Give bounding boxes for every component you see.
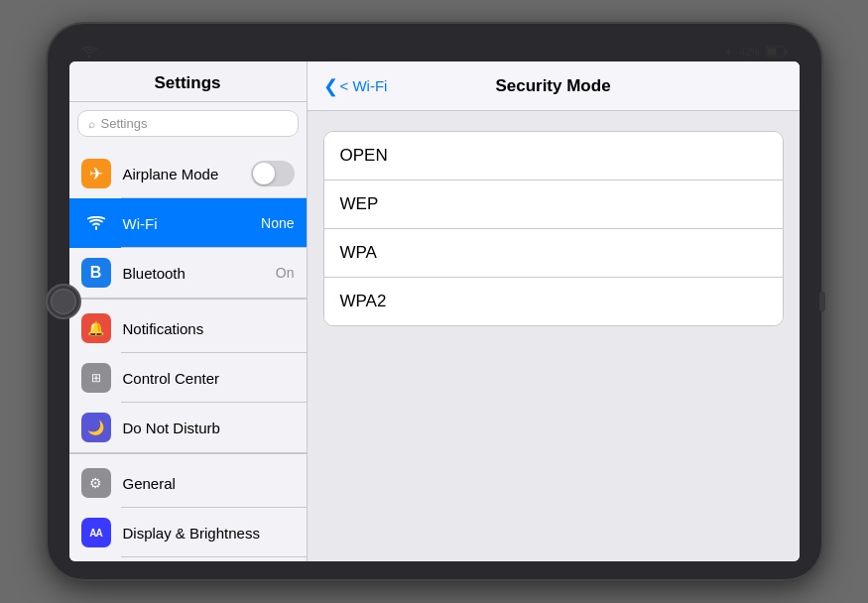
battery-icon <box>766 46 788 58</box>
sidebar-item-wallpaper[interactable]: ❄ Wallpaper <box>69 557 307 561</box>
sidebar-item-general[interactable]: ⚙ General <box>69 458 307 508</box>
sidebar-item-wifi[interactable]: Wi-Fi None <box>69 198 307 248</box>
search-bar[interactable]: ⌕ Settings <box>77 110 299 137</box>
option-wpa[interactable]: WPA <box>324 229 783 278</box>
nav-bar: ❮ < Wi-Fi Security Mode <box>308 61 800 111</box>
back-button[interactable]: ❮ < Wi-Fi <box>323 77 438 95</box>
sidebar-item-airplane[interactable]: ✈ Airplane Mode <box>69 149 307 198</box>
option-wpa2-label: WPA2 <box>340 292 387 310</box>
search-placeholder: Settings <box>101 116 148 131</box>
status-left <box>81 46 97 58</box>
airplane-label: Airplane Mode <box>123 166 239 182</box>
sidebar: Settings ⌕ Settings ✈ Airplane Mode <box>69 61 308 561</box>
sidebar-item-dnd[interactable]: 🌙 Do Not Disturb <box>69 403 307 452</box>
wifi-icon <box>81 208 111 238</box>
status-right: ∗ 42% <box>724 46 787 59</box>
bluetooth-label: Bluetooth <box>123 265 264 282</box>
svg-rect-1 <box>785 50 787 55</box>
wifi-signal-icon <box>81 46 97 58</box>
option-open-label: OPEN <box>340 146 388 165</box>
general-label: General <box>123 475 295 492</box>
bluetooth-value: On <box>276 265 295 281</box>
sidebar-item-control-center[interactable]: ⊞ Control Center <box>69 353 307 403</box>
general-icon: ⚙ <box>81 468 111 498</box>
notifications-label: Notifications <box>123 320 295 337</box>
notifications-icon: 🔔 <box>81 313 111 343</box>
bluetooth-status-icon: ∗ <box>724 46 733 59</box>
sidebar-section-1: ✈ Airplane Mode <box>69 149 307 298</box>
wifi-value: None <box>261 215 294 231</box>
sidebar-item-notifications[interactable]: 🔔 Notifications <box>69 303 307 353</box>
nav-title: Security Mode <box>438 76 669 96</box>
airplane-toggle[interactable] <box>251 161 295 186</box>
status-bar: ∗ 42% <box>69 42 800 61</box>
back-chevron-icon: ❮ <box>323 77 338 95</box>
sleep-wake-button[interactable] <box>819 292 825 311</box>
option-open[interactable]: OPEN <box>324 132 783 181</box>
option-wpa-label: WPA <box>340 243 377 262</box>
dnd-label: Do Not Disturb <box>123 420 295 436</box>
ipad-frame: ∗ 42% Settings ⌕ Settings ✈ <box>48 24 821 579</box>
sidebar-section-2: 🔔 Notifications ⊞ Control Center 🌙 Do No… <box>69 303 307 452</box>
svg-rect-2 <box>767 49 776 56</box>
sidebar-item-display[interactable]: AA Display & Brightness <box>69 508 307 557</box>
control-center-icon: ⊞ <box>81 363 111 393</box>
sidebar-divider-2 <box>69 452 307 454</box>
ipad-screen: Settings ⌕ Settings ✈ Airplane Mode <box>69 61 800 561</box>
control-center-label: Control Center <box>123 370 295 387</box>
battery-percent: 42% <box>739 47 759 58</box>
sidebar-item-bluetooth[interactable]: B Bluetooth On <box>69 248 307 298</box>
option-wep-label: WEP <box>340 194 379 213</box>
search-icon: ⌕ <box>88 117 95 131</box>
toggle-knob <box>253 163 275 184</box>
dnd-icon: 🌙 <box>81 413 111 442</box>
sidebar-title: Settings <box>69 61 307 102</box>
sidebar-section-3: ⚙ General AA Display & Brightness ❄ Wall… <box>69 458 307 561</box>
wifi-label: Wi-Fi <box>123 215 250 232</box>
bluetooth-icon: B <box>81 258 111 288</box>
option-wep[interactable]: WEP <box>324 181 783 229</box>
main-content: ❮ < Wi-Fi Security Mode OPEN WEP WPA WP <box>308 61 800 561</box>
option-wpa2[interactable]: WPA2 <box>324 278 783 325</box>
display-icon: AA <box>81 518 111 547</box>
sidebar-divider-1 <box>69 298 307 300</box>
display-label: Display & Brightness <box>123 525 295 542</box>
airplane-icon: ✈ <box>81 159 111 188</box>
security-options-list: OPEN WEP WPA WPA2 <box>323 131 784 326</box>
back-label: < Wi-Fi <box>340 77 388 94</box>
